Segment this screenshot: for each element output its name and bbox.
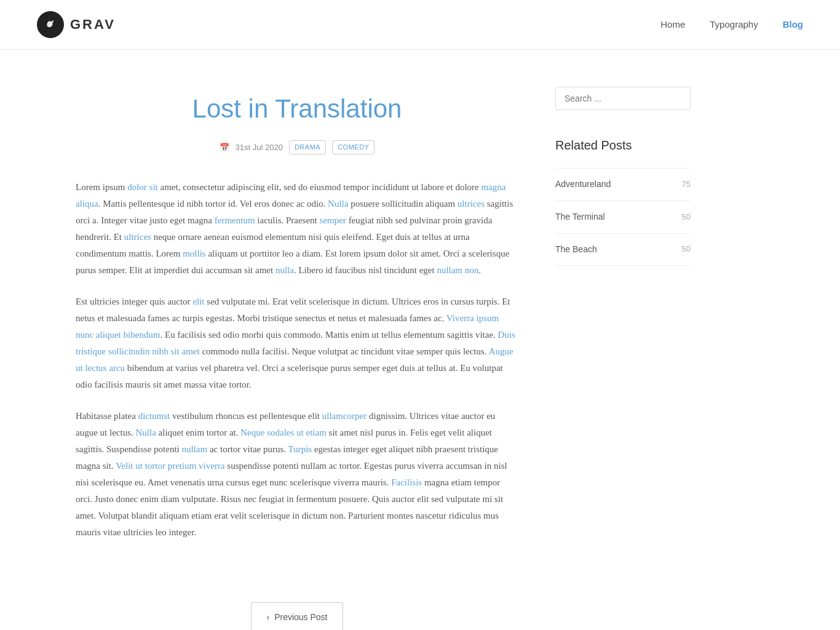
page-container: Lost in Translation 📅 31st Jul 2020 DRAM… bbox=[51, 50, 789, 630]
calendar-icon: 📅 bbox=[220, 141, 229, 154]
search-input[interactable] bbox=[555, 87, 691, 110]
link-dolor[interactable]: dolor sit bbox=[127, 182, 158, 192]
related-post-item: Adventureland 75 bbox=[555, 168, 691, 201]
link-mollis[interactable]: mollis bbox=[183, 249, 206, 258]
logo-text: GRAV bbox=[70, 13, 116, 36]
link-ullamcorper[interactable]: ullamcorper bbox=[322, 411, 367, 421]
link-nullam2[interactable]: nullam bbox=[182, 444, 208, 454]
link-fermentum[interactable]: fermentum bbox=[215, 215, 255, 225]
related-post-beach[interactable]: The Beach bbox=[555, 242, 597, 257]
related-posts-title: Related Posts bbox=[555, 135, 691, 156]
article-paragraph-2: Est ultricies integer quis auctor elit s… bbox=[76, 293, 518, 393]
related-post-terminal[interactable]: The Terminal bbox=[555, 210, 605, 225]
main-nav: Home Typography Blog bbox=[660, 17, 803, 33]
related-post-item: The Beach 50 bbox=[555, 234, 691, 266]
link-turpis[interactable]: Turpis bbox=[288, 444, 312, 454]
logo-icon bbox=[37, 11, 64, 38]
link-nulla[interactable]: Nulla bbox=[328, 199, 348, 209]
related-post-adventureland[interactable]: Adventureland bbox=[555, 177, 611, 192]
link-nulla3[interactable]: Nulla bbox=[135, 428, 156, 437]
article-paragraph-1: Lorem ipsum dolor sit amet, consectetur … bbox=[76, 179, 518, 279]
link-velit[interactable]: Velit ut tortor pretium viverra bbox=[116, 461, 224, 471]
article-title: Lost in Translation bbox=[76, 87, 518, 130]
article-date: 31st Jul 2020 bbox=[236, 141, 283, 154]
nav-home[interactable]: Home bbox=[660, 17, 685, 33]
article-paragraph-3: Habitasse platea dictumst vestibulum rho… bbox=[76, 408, 518, 541]
related-post-count-terminal: 50 bbox=[682, 210, 691, 224]
link-elit[interactable]: elit bbox=[192, 297, 204, 306]
related-post-count-beach: 50 bbox=[682, 242, 691, 256]
prev-post-label: Previous Post bbox=[274, 610, 327, 625]
related-post-count-adventureland: 75 bbox=[682, 178, 691, 191]
article-meta: 📅 31st Jul 2020 DRAMA COMEDY bbox=[76, 140, 518, 154]
related-posts-list: Adventureland 75 The Terminal 50 The Bea… bbox=[555, 168, 691, 266]
link-ultrices[interactable]: ultrices bbox=[458, 199, 485, 209]
nav-blog[interactable]: Blog bbox=[783, 17, 803, 33]
tag-comedy[interactable]: COMEDY bbox=[332, 140, 374, 154]
nav-typography[interactable]: Typography bbox=[710, 17, 758, 33]
link-nulla2[interactable]: nulla bbox=[275, 265, 294, 275]
link-semper[interactable]: semper bbox=[320, 215, 346, 225]
pagination: ‹ Previous Post bbox=[76, 578, 518, 630]
prev-arrow-icon: ‹ bbox=[266, 610, 269, 625]
site-header: GRAV Home Typography Blog bbox=[0, 0, 840, 50]
link-ultrices2[interactable]: ultrices bbox=[124, 232, 151, 242]
related-post-item: The Terminal 50 bbox=[555, 201, 691, 234]
logo-link[interactable]: GRAV bbox=[37, 11, 116, 38]
link-viverra[interactable]: Viverra ipsum nunc aliquet bibendum bbox=[76, 313, 499, 340]
link-neque[interactable]: Neque sodales ut etiam bbox=[240, 428, 327, 437]
article-main: Lost in Translation 📅 31st Jul 2020 DRAM… bbox=[76, 87, 518, 630]
link-nullam[interactable]: nullam non bbox=[437, 265, 478, 275]
link-facilisis[interactable]: Facilisis bbox=[391, 477, 422, 487]
tag-drama[interactable]: DRAMA bbox=[289, 140, 326, 154]
prev-post-button[interactable]: ‹ Previous Post bbox=[251, 602, 343, 630]
link-dictumst[interactable]: dictumst bbox=[138, 411, 170, 421]
sidebar: Related Posts Adventureland 75 The Termi… bbox=[555, 87, 691, 630]
article-body: Lorem ipsum dolor sit amet, consectetur … bbox=[76, 179, 518, 541]
